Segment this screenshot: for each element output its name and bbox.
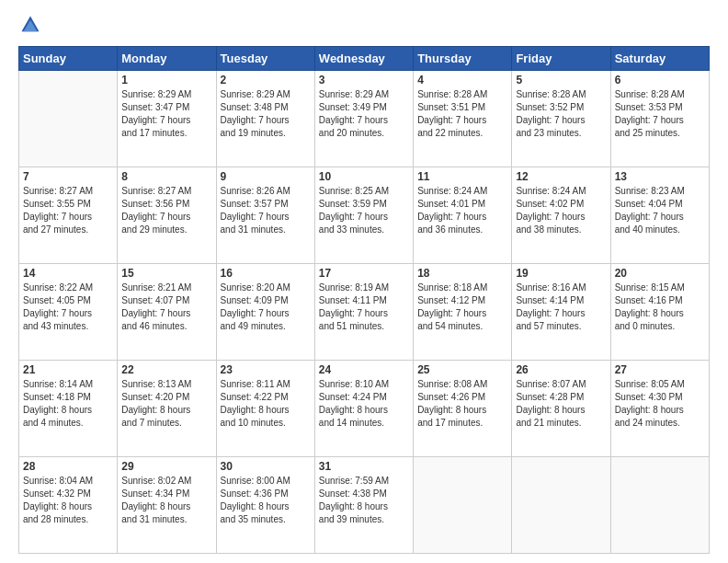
- day-number: 7: [23, 170, 113, 183]
- day-number: 24: [319, 363, 409, 376]
- calendar-cell: 27Sunrise: 8:05 AM Sunset: 4:30 PM Dayli…: [610, 361, 709, 457]
- day-info: Sunrise: 8:27 AM Sunset: 3:56 PM Dayligh…: [121, 185, 211, 236]
- day-info: Sunrise: 8:28 AM Sunset: 3:53 PM Dayligh…: [615, 88, 705, 140]
- day-number: 17: [319, 267, 409, 280]
- day-header-saturday: Saturday: [610, 47, 709, 71]
- day-number: 26: [516, 363, 606, 376]
- day-info: Sunrise: 8:23 AM Sunset: 4:04 PM Dayligh…: [615, 185, 705, 236]
- calendar-cell: 14Sunrise: 8:22 AM Sunset: 4:05 PM Dayli…: [19, 264, 118, 361]
- calendar-cell: 30Sunrise: 8:00 AM Sunset: 4:36 PM Dayli…: [216, 457, 314, 554]
- day-number: 23: [221, 363, 311, 376]
- day-number: 8: [121, 170, 211, 183]
- day-info: Sunrise: 8:14 AM Sunset: 4:18 PM Dayligh…: [23, 378, 113, 430]
- calendar-cell: [512, 457, 610, 554]
- day-info: Sunrise: 8:19 AM Sunset: 4:11 PM Dayligh…: [319, 282, 409, 333]
- calendar-cell: 23Sunrise: 8:11 AM Sunset: 4:22 PM Dayli…: [216, 361, 314, 457]
- day-info: Sunrise: 8:00 AM Sunset: 4:36 PM Dayligh…: [221, 475, 311, 526]
- calendar-cell: 15Sunrise: 8:21 AM Sunset: 4:07 PM Dayli…: [118, 264, 216, 361]
- day-number: 12: [516, 170, 606, 183]
- calendar-cell: 31Sunrise: 7:59 AM Sunset: 4:38 PM Dayli…: [314, 457, 413, 554]
- day-info: Sunrise: 8:02 AM Sunset: 4:34 PM Dayligh…: [121, 475, 211, 526]
- calendar-cell: 9Sunrise: 8:26 AM Sunset: 3:57 PM Daylig…: [216, 167, 314, 264]
- day-number: 31: [319, 460, 409, 473]
- day-number: 28: [23, 460, 113, 473]
- day-number: 3: [319, 74, 409, 86]
- day-info: Sunrise: 8:10 AM Sunset: 4:24 PM Dayligh…: [319, 378, 409, 430]
- day-info: Sunrise: 8:25 AM Sunset: 3:59 PM Dayligh…: [319, 185, 409, 236]
- calendar-cell: 5Sunrise: 8:28 AM Sunset: 3:52 PM Daylig…: [512, 71, 610, 167]
- calendar-cell: 13Sunrise: 8:23 AM Sunset: 4:04 PM Dayli…: [610, 167, 709, 264]
- logo: [18, 15, 44, 39]
- day-info: Sunrise: 8:24 AM Sunset: 4:02 PM Dayligh…: [516, 185, 606, 236]
- calendar-cell: 24Sunrise: 8:10 AM Sunset: 4:24 PM Dayli…: [314, 361, 413, 457]
- day-info: Sunrise: 8:07 AM Sunset: 4:28 PM Dayligh…: [516, 378, 606, 430]
- day-number: 21: [23, 363, 113, 376]
- calendar-cell: 8Sunrise: 8:27 AM Sunset: 3:56 PM Daylig…: [118, 167, 216, 264]
- calendar-cell: 28Sunrise: 8:04 AM Sunset: 4:32 PM Dayli…: [19, 457, 118, 554]
- day-info: Sunrise: 8:11 AM Sunset: 4:22 PM Dayligh…: [221, 378, 311, 430]
- calendar-cell: 26Sunrise: 8:07 AM Sunset: 4:28 PM Dayli…: [512, 361, 610, 457]
- day-info: Sunrise: 8:28 AM Sunset: 3:51 PM Dayligh…: [417, 88, 507, 140]
- day-info: Sunrise: 8:05 AM Sunset: 4:30 PM Dayligh…: [615, 378, 705, 430]
- calendar-cell: 17Sunrise: 8:19 AM Sunset: 4:11 PM Dayli…: [314, 264, 413, 361]
- day-info: Sunrise: 8:08 AM Sunset: 4:26 PM Dayligh…: [417, 378, 507, 430]
- day-number: 29: [121, 460, 211, 473]
- page-header: [18, 15, 710, 39]
- day-number: 1: [121, 74, 211, 86]
- day-number: 22: [121, 363, 211, 376]
- day-number: 10: [319, 170, 409, 183]
- day-number: 5: [516, 74, 606, 86]
- day-info: Sunrise: 7:59 AM Sunset: 4:38 PM Dayligh…: [319, 475, 409, 526]
- calendar-cell: 4Sunrise: 8:28 AM Sunset: 3:51 PM Daylig…: [414, 71, 512, 167]
- day-number: 11: [417, 170, 507, 183]
- day-info: Sunrise: 8:27 AM Sunset: 3:55 PM Dayligh…: [23, 185, 113, 236]
- calendar-cell: 6Sunrise: 8:28 AM Sunset: 3:53 PM Daylig…: [610, 71, 709, 167]
- day-header-wednesday: Wednesday: [314, 47, 413, 71]
- calendar-cell: 3Sunrise: 8:29 AM Sunset: 3:49 PM Daylig…: [314, 71, 413, 167]
- calendar-cell: 2Sunrise: 8:29 AM Sunset: 3:48 PM Daylig…: [216, 71, 314, 167]
- day-header-tuesday: Tuesday: [216, 47, 314, 71]
- day-info: Sunrise: 8:20 AM Sunset: 4:09 PM Dayligh…: [221, 282, 311, 333]
- day-number: 16: [221, 267, 311, 280]
- calendar-cell: 22Sunrise: 8:13 AM Sunset: 4:20 PM Dayli…: [118, 361, 216, 457]
- day-info: Sunrise: 8:16 AM Sunset: 4:14 PM Dayligh…: [516, 282, 606, 333]
- day-info: Sunrise: 8:29 AM Sunset: 3:49 PM Dayligh…: [319, 88, 409, 140]
- calendar-cell: [19, 71, 118, 167]
- calendar-table: SundayMondayTuesdayWednesdayThursdayFrid…: [18, 46, 710, 554]
- day-number: 25: [417, 363, 507, 376]
- day-number: 30: [221, 460, 311, 473]
- day-header-sunday: Sunday: [19, 47, 118, 71]
- calendar-cell: [610, 457, 709, 554]
- day-number: 9: [221, 170, 311, 183]
- day-info: Sunrise: 8:04 AM Sunset: 4:32 PM Dayligh…: [23, 475, 113, 526]
- calendar-cell: 7Sunrise: 8:27 AM Sunset: 3:55 PM Daylig…: [19, 167, 118, 264]
- day-info: Sunrise: 8:24 AM Sunset: 4:01 PM Dayligh…: [417, 185, 507, 236]
- day-number: 2: [221, 74, 311, 86]
- calendar-cell: 16Sunrise: 8:20 AM Sunset: 4:09 PM Dayli…: [216, 264, 314, 361]
- day-info: Sunrise: 8:15 AM Sunset: 4:16 PM Dayligh…: [615, 282, 705, 333]
- day-info: Sunrise: 8:29 AM Sunset: 3:47 PM Dayligh…: [121, 88, 211, 140]
- day-info: Sunrise: 8:18 AM Sunset: 4:12 PM Dayligh…: [417, 282, 507, 333]
- calendar-cell: 21Sunrise: 8:14 AM Sunset: 4:18 PM Dayli…: [19, 361, 118, 457]
- day-header-friday: Friday: [512, 47, 610, 71]
- calendar-cell: 29Sunrise: 8:02 AM Sunset: 4:34 PM Dayli…: [118, 457, 216, 554]
- calendar-cell: 1Sunrise: 8:29 AM Sunset: 3:47 PM Daylig…: [118, 71, 216, 167]
- calendar-cell: 10Sunrise: 8:25 AM Sunset: 3:59 PM Dayli…: [314, 167, 413, 264]
- day-number: 19: [516, 267, 606, 280]
- calendar-cell: 19Sunrise: 8:16 AM Sunset: 4:14 PM Dayli…: [512, 264, 610, 361]
- day-number: 15: [121, 267, 211, 280]
- day-number: 14: [23, 267, 113, 280]
- calendar-cell: 25Sunrise: 8:08 AM Sunset: 4:26 PM Dayli…: [414, 361, 512, 457]
- calendar-cell: 18Sunrise: 8:18 AM Sunset: 4:12 PM Dayli…: [414, 264, 512, 361]
- day-number: 18: [417, 267, 507, 280]
- calendar-cell: [414, 457, 512, 554]
- day-info: Sunrise: 8:26 AM Sunset: 3:57 PM Dayligh…: [221, 185, 311, 236]
- day-info: Sunrise: 8:28 AM Sunset: 3:52 PM Dayligh…: [516, 88, 606, 140]
- day-number: 4: [417, 74, 507, 86]
- day-number: 27: [615, 363, 705, 376]
- day-header-monday: Monday: [118, 47, 216, 71]
- day-number: 13: [615, 170, 705, 183]
- day-number: 20: [615, 267, 705, 280]
- calendar-cell: 20Sunrise: 8:15 AM Sunset: 4:16 PM Dayli…: [610, 264, 709, 361]
- day-header-thursday: Thursday: [414, 47, 512, 71]
